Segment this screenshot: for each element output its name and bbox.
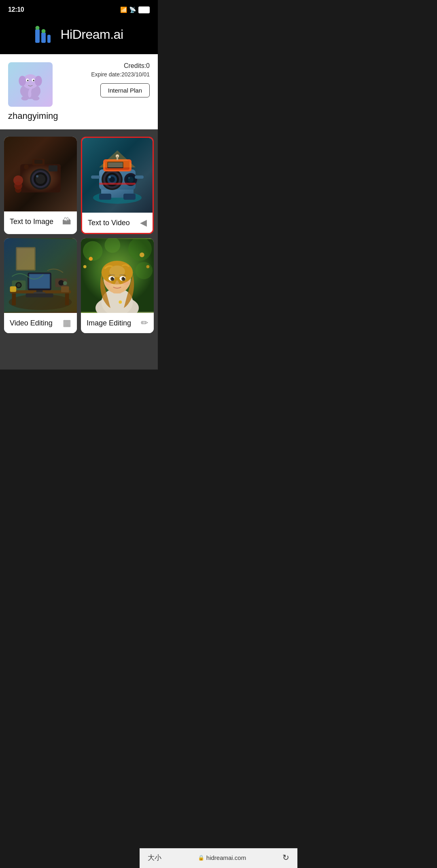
logo-title: HiDream.ai (60, 27, 123, 42)
battery-icon: 82 (138, 6, 150, 13)
svg-point-11 (27, 80, 29, 81)
text-to-video-footer: Text to Video ◀ (82, 213, 153, 233)
avatar-container: zhangyiming (8, 62, 58, 121)
svg-point-96 (113, 277, 114, 278)
image-editing-label: Image Editing (87, 319, 131, 327)
expire-label: Expire date:2023/10/01 (91, 71, 150, 78)
svg-point-1 (36, 26, 40, 30)
svg-point-81 (89, 257, 93, 261)
svg-point-14 (32, 96, 40, 101)
status-time: 12:10 (8, 6, 24, 13)
svg-rect-32 (99, 194, 111, 200)
svg-point-100 (109, 266, 125, 277)
signal-icon: 📶 (120, 6, 127, 13)
svg-rect-61 (65, 294, 69, 305)
username: zhangyiming (8, 111, 58, 121)
main-content: zhangyiming Credits:0 Expire date:2023/1… (0, 54, 158, 370)
svg-point-83 (146, 265, 150, 268)
svg-point-78 (128, 238, 152, 261)
svg-point-101 (119, 300, 122, 304)
plan-button[interactable]: Internal Plan (100, 83, 150, 97)
svg-rect-23 (34, 160, 42, 164)
svg-marker-51 (99, 150, 136, 167)
svg-rect-72 (26, 294, 53, 298)
feature-card-text-to-video[interactable]: Text to Video ◀ (81, 137, 154, 234)
svg-rect-58 (17, 248, 34, 270)
svg-point-24 (24, 165, 29, 169)
svg-point-21 (36, 175, 38, 177)
svg-point-40 (108, 176, 111, 178)
svg-rect-4 (47, 35, 51, 43)
svg-point-99 (123, 281, 129, 285)
text-to-video-thumbnail (82, 138, 153, 213)
video-editing-label: Video Editing (10, 319, 53, 327)
text-to-image-footer: Text to Image 🏔 (4, 211, 77, 232)
svg-point-7 (19, 76, 26, 86)
svg-point-77 (83, 241, 103, 261)
svg-rect-33 (123, 194, 136, 200)
feature-card-text-to-image[interactable]: Text to Image 🏔 (4, 137, 77, 234)
svg-point-71 (58, 280, 64, 286)
header: HiDream.ai (0, 18, 158, 54)
text-to-video-label: Text to Video (88, 219, 130, 227)
text-to-image-label: Text to Image (10, 218, 53, 226)
svg-point-13 (21, 96, 29, 101)
text-to-image-icon: 🏔 (62, 216, 71, 227)
logo-icon (34, 26, 55, 43)
svg-point-84 (83, 265, 87, 268)
svg-rect-54 (99, 183, 136, 185)
svg-point-12 (33, 80, 34, 81)
svg-point-74 (63, 281, 67, 285)
svg-rect-52 (91, 175, 100, 179)
feature-grid: Text to Image 🏔 (0, 133, 158, 337)
svg-rect-60 (12, 294, 16, 305)
video-editing-footer: Video Editing ▦ (4, 313, 77, 333)
text-to-video-icon: ◀ (140, 218, 147, 228)
svg-rect-53 (135, 175, 144, 179)
credits-label: Credits:0 (124, 62, 150, 70)
svg-rect-0 (35, 29, 40, 43)
svg-point-97 (124, 277, 125, 278)
svg-point-80 (135, 262, 153, 279)
svg-point-69 (17, 283, 21, 287)
text-to-image-thumbnail (4, 137, 77, 211)
video-editing-icon: ▦ (63, 318, 71, 328)
profile-card: zhangyiming Credits:0 Expire date:2023/1… (0, 54, 158, 129)
svg-point-3 (42, 29, 46, 33)
svg-rect-75 (10, 286, 17, 292)
profile-info: Credits:0 Expire date:2023/10/01 Interna… (65, 62, 150, 97)
svg-point-82 (140, 253, 144, 258)
status-bar: 12:10 📶 📡 82 (0, 0, 158, 18)
svg-point-8 (35, 76, 42, 86)
svg-rect-26 (49, 165, 57, 171)
svg-point-29 (15, 186, 21, 193)
svg-rect-2 (41, 32, 46, 43)
image-editing-thumbnail (81, 238, 154, 313)
video-editing-thumbnail (4, 238, 77, 313)
feature-card-video-editing[interactable]: Video Editing ▦ (4, 238, 77, 333)
svg-rect-64 (30, 275, 49, 288)
wifi-icon: 📡 (129, 6, 136, 13)
svg-rect-73 (61, 286, 69, 292)
image-editing-footer: Image Editing ✏ (81, 313, 154, 333)
svg-point-98 (105, 281, 112, 285)
status-icons: 📶 📡 82 (120, 6, 150, 13)
avatar (8, 62, 53, 107)
image-editing-icon: ✏ (141, 318, 148, 328)
feature-card-image-editing[interactable]: Image Editing ✏ (81, 238, 154, 333)
svg-point-44 (128, 177, 130, 179)
